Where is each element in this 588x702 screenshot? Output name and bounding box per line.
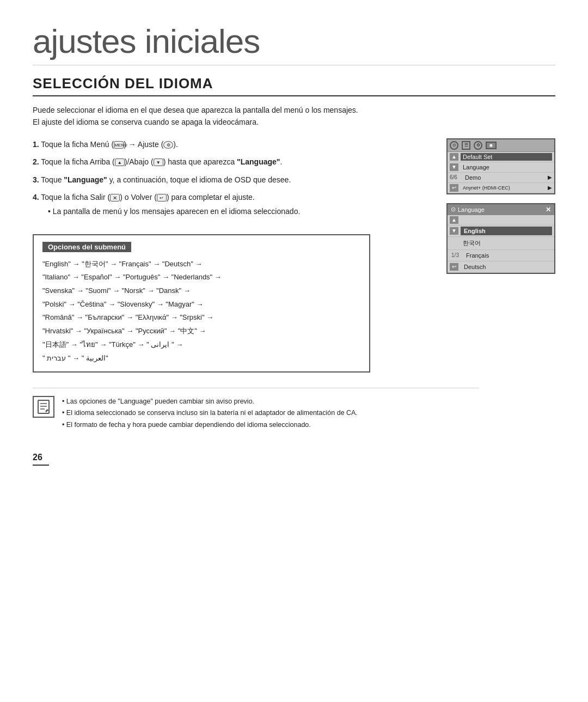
lang-row-korean: 한국어 — [448, 237, 554, 250]
menu-num-demo: 6/6 — [450, 174, 461, 180]
menu-diagram: ⊙ ☰ ⚙ ◼ ▲ Default Set ▼ Language 6/6 Dem… — [446, 138, 555, 194]
menu-row-default: ▲ Default Set — [448, 152, 554, 162]
options-content: "English" → "한국어" → "Français" → "Deutsc… — [42, 258, 360, 365]
lang-item-korean: 한국어 — [450, 238, 552, 248]
options-line-5: "Română" → "Български" → "Ελληνικά" → "S… — [42, 311, 360, 325]
menu-item-demo: Demo — [463, 174, 546, 181]
menu-arrow-down: ▼ — [450, 163, 458, 171]
menu-row-anynet: ↩ Anynet+ (HDMI-CEC) ▶ — [448, 183, 554, 193]
svg-rect-0 — [38, 400, 49, 413]
step-3: 3. Toque "Language" y, a continuación, t… — [33, 174, 430, 186]
options-box: Opciones del submenú "English" → "한국어" →… — [33, 234, 370, 373]
lang-item-empty-up — [461, 219, 552, 221]
options-title: Opciones del submenú — [42, 242, 131, 252]
lang-row-english: ▼ English — [448, 225, 554, 237]
step-4: 4. Toque la ficha Salir (✕) o Volver (↩)… — [33, 191, 430, 218]
page-number-line — [33, 465, 49, 466]
lang-close-icon: ✕ — [546, 206, 551, 213]
menu-demo-arrow: ▶ — [548, 174, 552, 180]
menu-arrow-up: ▲ — [450, 153, 458, 161]
step-4-subbullet: La pantalla de menú y los mensajes apare… — [33, 205, 430, 217]
lang-arrow-back: ↩ — [450, 263, 458, 271]
menu-icon-gear: ⚙ — [474, 141, 482, 150]
svg-marker-4 — [45, 409, 48, 412]
lang-icon-circle: ⊙ — [451, 206, 456, 213]
menu-item-default: Default Set — [461, 153, 552, 161]
lang-header-left: ⊙ Language — [451, 206, 485, 213]
note-icon — [33, 396, 54, 418]
options-line-6: "Hrvatski" → "Українська" → "Русский" → … — [42, 325, 360, 338]
menu-icon-film: ◼ — [486, 142, 497, 149]
lang-item-deutsch: Deutsch — [461, 263, 552, 271]
menu-header: ⊙ ☰ ⚙ ◼ — [448, 139, 554, 152]
menu-item-language: Language — [461, 163, 552, 171]
note-3: El formato de fecha y hora puede cambiar… — [62, 419, 358, 431]
section-title: SELECCIÓN DEL IDIOMA — [33, 75, 555, 96]
lang-row-up: ▲ — [448, 215, 554, 225]
menu-item-anynet: Anynet+ (HDMI-CEC) — [461, 185, 546, 191]
lang-num: 1/3 — [450, 252, 461, 258]
notes-section: Las opciones de "Language" pueden cambia… — [33, 388, 479, 431]
lang-row-francais: 1/3 Français — [448, 250, 554, 261]
lang-header: ⊙ Language ✕ — [448, 204, 554, 215]
lang-row-deutsch: ↩ Deutsch — [448, 261, 554, 273]
lang-arrow-down: ▼ — [450, 227, 458, 235]
note-1: Las opciones de "Language" pueden cambia… — [62, 396, 358, 407]
menu-icon-circle: ⊙ — [450, 141, 458, 150]
menu-anynet-arrow: ▶ — [548, 185, 552, 191]
lang-item-francais: Français — [463, 251, 552, 260]
menu-icon-sq: ☰ — [462, 141, 470, 150]
lang-item-english: English — [461, 227, 552, 235]
page-number: 26 — [33, 453, 555, 462]
options-line-7: "日本語" → "ไทย" → "Türkçe" → " ایرانی " → — [42, 338, 360, 352]
ui-diagrams: ⊙ ☰ ⚙ ◼ ▲ Default Set ▼ Language 6/6 Dem… — [446, 138, 555, 274]
note-2: El idioma seleccionado se conserva inclu… — [62, 407, 358, 419]
lang-header-label: Language — [458, 206, 485, 213]
menu-arrow-back: ↩ — [450, 184, 458, 192]
instructions-section: 1. Toque la ficha Menú (MENU) → Ajuste (… — [33, 138, 430, 373]
menu-row-language: ▼ Language — [448, 162, 554, 173]
notes-text: Las opciones de "Language" pueden cambia… — [62, 396, 358, 431]
step-2: 2. Toque la ficha Arriba (▲)/Abajo (▼) h… — [33, 156, 430, 168]
menu-row-demo: 6/6 Demo ▶ — [448, 173, 554, 183]
options-line-1: "English" → "한국어" → "Français" → "Deutsc… — [42, 258, 360, 271]
page-title: ajustes iniciales — [33, 22, 555, 65]
lang-arrow-up: ▲ — [450, 216, 458, 224]
options-line-2: "Italiano" → "Español" → "Português" → "… — [42, 271, 360, 284]
intro-text: Puede seleccionar el idioma en el que de… — [33, 104, 403, 129]
options-line-4: "Polski" → "Čeština" → "Slovensky" → "Ma… — [42, 298, 360, 312]
language-diagram: ⊙ Language ✕ ▲ ▼ English 한국어 1/3 Françai… — [446, 203, 555, 274]
options-line-8: " العربية " → " עברית" — [42, 352, 360, 365]
options-line-3: "Svenska" → "Suomi" → "Norsk" → "Dansk" … — [42, 284, 360, 298]
step-1: 1. Toque la ficha Menú (MENU) → Ajuste (… — [33, 138, 430, 150]
